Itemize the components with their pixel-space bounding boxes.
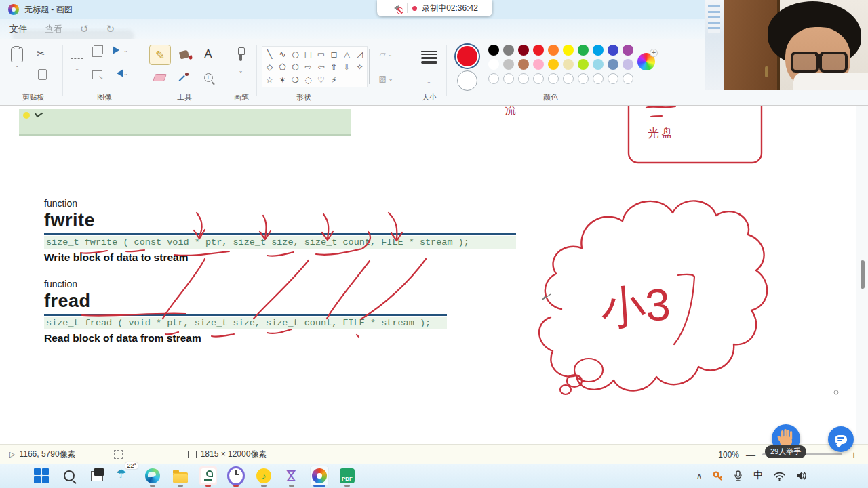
ime-indicator[interactable]: 中 [753, 470, 763, 482]
music-app-button[interactable]: ♪ [255, 466, 273, 485]
search-button[interactable] [60, 466, 78, 485]
shape-option[interactable]: ❍ [289, 73, 302, 86]
shape-option[interactable] [340, 73, 353, 86]
shape-option[interactable]: ◇ [263, 60, 276, 73]
palette-empty-slot[interactable] [578, 73, 589, 84]
shape-option[interactable]: □ [302, 47, 315, 60]
start-button[interactable] [33, 466, 50, 485]
sogou-key-icon[interactable] [713, 471, 723, 481]
shape-option[interactable]: ⇩ [340, 60, 353, 73]
menu-file[interactable]: 文件 [9, 23, 27, 35]
task-view-button[interactable] [88, 466, 106, 485]
palette-color[interactable] [548, 59, 559, 70]
cut-button[interactable]: ✂ [37, 47, 45, 60]
chevron-down-icon[interactable]: ⌄ [11, 62, 23, 68]
brushes-button[interactable]: ⌄ [237, 47, 244, 74]
scrollbar-thumb[interactable] [861, 260, 865, 289]
pdf-app-button[interactable]: PDF [338, 466, 356, 485]
palette-empty-slot[interactable] [608, 73, 618, 84]
fill-tool-button[interactable] [174, 45, 194, 64]
shape-option[interactable]: ▭ [315, 47, 328, 60]
palette-empty-slot[interactable] [518, 73, 529, 84]
paint-canvas[interactable]: function fwrite size_t fwrite ( const vo… [0, 105, 868, 445]
copy-button[interactable] [38, 69, 47, 80]
weather-widget[interactable]: ☂ 22° [116, 466, 134, 485]
shape-option[interactable]: ⇦ [315, 60, 328, 73]
file-explorer-button[interactable] [172, 466, 189, 485]
palette-empty-slot[interactable] [563, 73, 574, 84]
speaker-icon[interactable] [796, 471, 807, 481]
shape-outline-button[interactable]: ▱⌄ [376, 47, 396, 61]
vertical-scrollbar[interactable] [856, 106, 868, 445]
paint-taskbar-button[interactable] [311, 466, 328, 485]
edit-colors-button[interactable] [637, 53, 655, 70]
rotate-button[interactable]: ⌄ [113, 46, 128, 54]
palette-color[interactable] [623, 59, 633, 70]
palette-empty-slot[interactable] [548, 73, 559, 84]
palette-color[interactable] [533, 45, 544, 56]
tray-chevron-icon[interactable]: ∧ [696, 472, 702, 481]
palette-color[interactable] [593, 45, 604, 56]
eraser-tool-button[interactable] [149, 68, 170, 87]
shape-fill-button[interactable]: ▨⌄ [376, 72, 396, 85]
palette-color[interactable] [563, 59, 574, 70]
edge-browser-button[interactable] [144, 466, 161, 485]
palette-empty-slot[interactable] [488, 73, 499, 84]
undo-icon[interactable]: ↺ [80, 23, 89, 35]
shape-option[interactable]: ∿ [276, 47, 289, 60]
chevron-down-icon[interactable]: ⌄ [427, 79, 431, 85]
clock-app-button[interactable] [227, 466, 245, 485]
zoom-out-button[interactable]: — [746, 449, 755, 460]
palette-color[interactable] [488, 59, 499, 70]
shape-option[interactable]: ✧ [353, 60, 366, 73]
color1-swatch[interactable] [457, 46, 477, 66]
paste-button[interactable]: ⌄ [11, 47, 23, 68]
palette-color[interactable] [578, 59, 589, 70]
shape-option[interactable]: △ [340, 47, 353, 60]
shape-option[interactable]: ✶ [276, 73, 289, 86]
size-button[interactable] [420, 49, 438, 66]
shape-option[interactable]: ⇨ [302, 60, 315, 73]
palette-color[interactable] [548, 45, 559, 56]
shape-option[interactable]: ⚡ [328, 73, 340, 86]
shape-option[interactable]: ⇧ [328, 60, 340, 73]
palette-color[interactable] [578, 45, 589, 56]
shape-option[interactable]: ♡ [315, 73, 328, 86]
pencil-tool-button[interactable]: ✎ [149, 45, 171, 65]
zoom-in-button[interactable]: + [849, 449, 859, 460]
palette-empty-slot[interactable] [623, 73, 633, 84]
muted-speaker-icon[interactable] [391, 3, 402, 13]
palette-color[interactable] [623, 45, 633, 56]
shape-option[interactable]: ◌ [302, 73, 315, 86]
palette-empty-slot[interactable] [533, 73, 544, 84]
palette-empty-slot[interactable] [503, 73, 514, 84]
palette-color[interactable] [608, 45, 618, 56]
shape-option[interactable] [353, 73, 366, 86]
crop-button[interactable] [92, 47, 102, 57]
magnifier-tool-button[interactable]: + [198, 68, 218, 87]
flip-button[interactable]: ⌄ [113, 69, 128, 77]
menu-view[interactable]: 查看 [45, 23, 62, 35]
palette-color[interactable] [593, 59, 604, 70]
text-tool-button[interactable]: A [198, 45, 218, 64]
color-picker-tool-button[interactable] [174, 68, 194, 87]
shape-option[interactable]: ◿ [353, 47, 366, 60]
redo-icon[interactable]: ↻ [106, 23, 115, 35]
palette-color[interactable] [503, 59, 514, 70]
visual-studio-button[interactable]: ⋈ [283, 466, 300, 485]
shape-option[interactable]: ◻ [328, 47, 340, 60]
shape-option[interactable]: ⬡ [289, 60, 302, 73]
shape-option[interactable]: ○ [289, 47, 302, 60]
resize-button[interactable] [92, 70, 102, 79]
color2-swatch[interactable] [457, 70, 477, 91]
select-button[interactable]: ⌄ [71, 49, 83, 72]
palette-color[interactable] [563, 45, 574, 56]
microphone-icon[interactable] [734, 470, 743, 481]
shape-option[interactable]: ╲ [263, 47, 276, 60]
shape-option[interactable]: ⬠ [276, 60, 289, 73]
palette-color[interactable] [608, 59, 618, 70]
palette-empty-slot[interactable] [593, 73, 604, 84]
chat-button[interactable] [828, 426, 854, 452]
palette-color[interactable] [503, 45, 514, 56]
palette-color[interactable] [518, 45, 529, 56]
